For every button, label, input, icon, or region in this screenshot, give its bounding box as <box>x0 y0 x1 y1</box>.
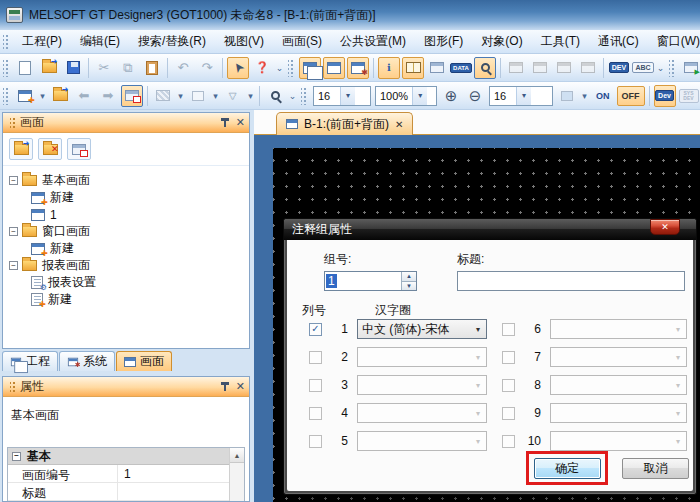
redo-button[interactable]: ↷ <box>196 57 218 79</box>
spin-down-icon[interactable]: ▼ <box>402 282 416 291</box>
tab-system[interactable]: 系统 <box>59 351 115 371</box>
row10-language-dropdown[interactable]: ▾ <box>550 431 687 451</box>
menu-communication[interactable]: 通讯(C) <box>589 30 648 53</box>
new-project-button[interactable] <box>14 57 36 79</box>
row7-language-dropdown[interactable]: ▾ <box>550 347 687 367</box>
help-button[interactable]: ❓ <box>251 57 273 79</box>
tile-windows-button[interactable] <box>529 57 551 79</box>
row2-checkbox[interactable] <box>309 351 322 364</box>
document-tab-b1[interactable]: B-1:(前面+背面) ✕ <box>276 112 413 135</box>
toolbar-overflow[interactable]: ⌄ <box>274 57 285 79</box>
tree-item-new-report[interactable]: 新建 <box>9 291 249 308</box>
menu-view[interactable]: 视图(V) <box>215 30 273 53</box>
row6-checkbox[interactable] <box>502 323 515 336</box>
font-size-combo[interactable]: 16▾ <box>313 86 371 106</box>
cancel-button[interactable]: 取消 <box>622 458 689 479</box>
dialog-close-button[interactable]: ✕ <box>650 219 680 235</box>
menu-search-replace[interactable]: 搜索/替换(R) <box>129 30 215 53</box>
simulator-start-button[interactable] <box>680 57 700 79</box>
screen-property-toggle[interactable] <box>347 57 369 79</box>
text-list-button[interactable]: ABC <box>632 57 654 79</box>
zoom-in-button[interactable]: ⊕ <box>440 85 462 107</box>
paste-button[interactable] <box>141 57 163 79</box>
parts-button[interactable] <box>426 57 448 79</box>
row8-language-dropdown[interactable]: ▾ <box>550 375 687 395</box>
back-button[interactable]: ⬅ <box>73 85 95 107</box>
tab-screen[interactable]: 画面 <box>116 351 172 371</box>
tree-item-screen-1[interactable]: 1 <box>9 206 249 223</box>
undo-button[interactable]: ↶ <box>172 57 194 79</box>
property-group-basic[interactable]: − 基本 <box>8 448 244 465</box>
data-view-button[interactable]: DATA <box>450 57 472 79</box>
property-row-screen-number[interactable]: 画面编号 1 <box>8 465 244 483</box>
preview-tool-button[interactable] <box>67 138 91 160</box>
toolbar-overflow[interactable]: ⌄ <box>655 57 666 79</box>
row1-language-dropdown[interactable]: 中文 (简体)-宋体▾ <box>357 319 487 339</box>
row3-language-dropdown[interactable]: ▾ <box>357 375 487 395</box>
device-list-button[interactable]: DEV <box>608 57 630 79</box>
menu-object[interactable]: 对象(O) <box>472 30 531 53</box>
expander-icon[interactable]: − <box>9 227 18 236</box>
expander-icon[interactable]: − <box>9 176 18 185</box>
row10-checkbox[interactable] <box>502 435 515 448</box>
select-pointer-button[interactable]: ➤ <box>227 57 249 79</box>
scroll-up-icon[interactable]: ▲ <box>230 448 244 463</box>
zoom-level-combo[interactable]: 100%▾ <box>375 86 437 106</box>
menu-window[interactable]: 窗口(W) <box>648 30 700 53</box>
new-screen-button[interactable] <box>14 85 36 107</box>
new-screen-dropdown[interactable]: ▾ <box>37 85 48 107</box>
close-icon[interactable]: ✕ <box>236 381 245 392</box>
row4-language-dropdown[interactable]: ▾ <box>357 403 487 423</box>
front-screen-toggle[interactable] <box>299 57 321 79</box>
grid-dropdown[interactable]: ▾ <box>579 85 590 107</box>
screen-preview-button[interactable] <box>121 85 143 107</box>
menu-common-settings[interactable]: 公共设置(M) <box>331 30 415 53</box>
menu-tools[interactable]: 工具(T) <box>532 30 589 53</box>
tree-item-new-base-screen[interactable]: 新建 <box>9 189 249 206</box>
row3-checkbox[interactable] <box>309 379 322 392</box>
zoom-out-button[interactable]: ⊖ <box>464 85 486 107</box>
copy-button[interactable]: ⧉ <box>117 57 139 79</box>
row9-language-dropdown[interactable]: ▾ <box>550 403 687 423</box>
row4-checkbox[interactable] <box>309 407 322 420</box>
pin-icon[interactable] <box>219 381 230 392</box>
expander-icon[interactable]: − <box>9 261 18 270</box>
row1-checkbox[interactable]: ✓ <box>309 323 322 336</box>
row6-language-dropdown[interactable]: ▾ <box>550 319 687 339</box>
row5-language-dropdown[interactable]: ▾ <box>357 431 487 451</box>
window-screen-toggle[interactable] <box>323 57 345 79</box>
tab-project[interactable]: 工程 <box>2 351 58 371</box>
forward-button[interactable]: ➡ <box>97 85 119 107</box>
property-panel-header[interactable]: 属性 ✕ <box>3 377 249 397</box>
grid-color-button[interactable] <box>556 85 578 107</box>
property-grid-scrollbar[interactable]: ▲ <box>229 448 244 501</box>
tree-item-report-settings[interactable]: 报表设置 <box>9 274 249 291</box>
close-screen-tool-button[interactable] <box>38 138 62 160</box>
document-tab-close-icon[interactable]: ✕ <box>395 119 403 130</box>
cut-button[interactable]: ✂ <box>93 57 115 79</box>
close-icon[interactable]: ✕ <box>236 117 245 128</box>
library-toggle[interactable] <box>402 57 424 79</box>
row5-checkbox[interactable] <box>309 435 322 448</box>
open-project-button[interactable] <box>38 57 60 79</box>
cascade-windows-button[interactable] <box>505 57 527 79</box>
property-row-title[interactable]: 标题 <box>8 483 244 501</box>
grid-size-combo[interactable]: 16▾ <box>489 86 553 106</box>
menu-figure[interactable]: 图形(F) <box>415 30 472 53</box>
pattern-fill-button[interactable] <box>152 85 174 107</box>
save-button[interactable] <box>62 57 84 79</box>
toolbar-overflow[interactable]: ⌄ <box>287 85 298 107</box>
menu-screen[interactable]: 画面(S) <box>273 30 331 53</box>
ok-button[interactable]: 确定 <box>534 458 601 479</box>
dialog-title-bar[interactable]: 注释组属性 <box>284 219 696 240</box>
title-input[interactable] <box>457 271 685 291</box>
row2-language-dropdown[interactable]: ▾ <box>357 347 487 367</box>
pattern-dropdown[interactable]: ▾ <box>175 85 186 107</box>
menu-project[interactable]: 工程(P) <box>13 30 71 53</box>
line-style-dropdown[interactable]: ▾ <box>210 85 221 107</box>
tree-item-base-screens[interactable]: − 基本画面 <box>9 172 249 189</box>
menu-edit[interactable]: 编辑(E) <box>71 30 129 53</box>
group-no-spinner[interactable]: 1 ▲ ▼ <box>324 271 417 291</box>
object-on-button[interactable]: ON <box>591 86 615 106</box>
tree-item-report-screens[interactable]: − 报表画面 <box>9 257 249 274</box>
